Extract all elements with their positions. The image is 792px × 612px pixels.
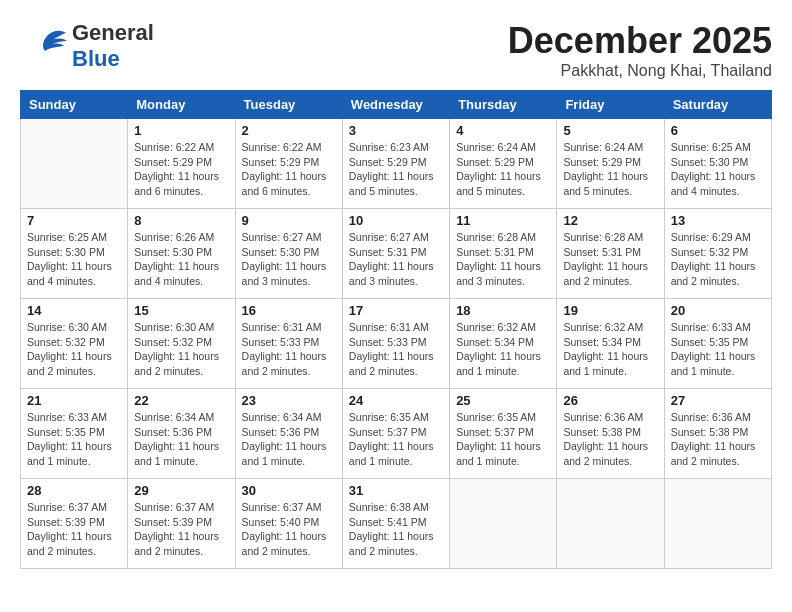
calendar-week-5: 28Sunrise: 6:37 AMSunset: 5:39 PMDayligh…: [21, 479, 772, 569]
day-info: Sunrise: 6:22 AMSunset: 5:29 PMDaylight:…: [242, 140, 336, 199]
calendar-cell: 8Sunrise: 6:26 AMSunset: 5:30 PMDaylight…: [128, 209, 235, 299]
page-header: General Blue December 2025 Pakkhat, Nong…: [20, 20, 772, 80]
day-number: 30: [242, 483, 336, 498]
calendar-cell: 9Sunrise: 6:27 AMSunset: 5:30 PMDaylight…: [235, 209, 342, 299]
calendar-cell: 22Sunrise: 6:34 AMSunset: 5:36 PMDayligh…: [128, 389, 235, 479]
day-info: Sunrise: 6:23 AMSunset: 5:29 PMDaylight:…: [349, 140, 443, 199]
calendar-week-3: 14Sunrise: 6:30 AMSunset: 5:32 PMDayligh…: [21, 299, 772, 389]
calendar-cell: 11Sunrise: 6:28 AMSunset: 5:31 PMDayligh…: [450, 209, 557, 299]
calendar-cell: 6Sunrise: 6:25 AMSunset: 5:30 PMDaylight…: [664, 119, 771, 209]
weekday-header-thursday: Thursday: [450, 91, 557, 119]
day-info: Sunrise: 6:29 AMSunset: 5:32 PMDaylight:…: [671, 230, 765, 289]
day-number: 9: [242, 213, 336, 228]
calendar-cell: 25Sunrise: 6:35 AMSunset: 5:37 PMDayligh…: [450, 389, 557, 479]
calendar-cell: [557, 479, 664, 569]
logo-icon: [20, 27, 68, 65]
day-info: Sunrise: 6:35 AMSunset: 5:37 PMDaylight:…: [349, 410, 443, 469]
calendar-cell: 12Sunrise: 6:28 AMSunset: 5:31 PMDayligh…: [557, 209, 664, 299]
day-number: 14: [27, 303, 121, 318]
day-info: Sunrise: 6:30 AMSunset: 5:32 PMDaylight:…: [134, 320, 228, 379]
calendar-cell: 20Sunrise: 6:33 AMSunset: 5:35 PMDayligh…: [664, 299, 771, 389]
calendar-cell: 13Sunrise: 6:29 AMSunset: 5:32 PMDayligh…: [664, 209, 771, 299]
day-number: 13: [671, 213, 765, 228]
day-number: 18: [456, 303, 550, 318]
weekday-header-saturday: Saturday: [664, 91, 771, 119]
day-number: 20: [671, 303, 765, 318]
day-info: Sunrise: 6:37 AMSunset: 5:40 PMDaylight:…: [242, 500, 336, 559]
calendar-header-row: SundayMondayTuesdayWednesdayThursdayFrid…: [21, 91, 772, 119]
day-number: 17: [349, 303, 443, 318]
logo-blue-text: Blue: [72, 46, 120, 71]
calendar-week-4: 21Sunrise: 6:33 AMSunset: 5:35 PMDayligh…: [21, 389, 772, 479]
calendar-cell: 26Sunrise: 6:36 AMSunset: 5:38 PMDayligh…: [557, 389, 664, 479]
day-number: 23: [242, 393, 336, 408]
calendar-cell: 2Sunrise: 6:22 AMSunset: 5:29 PMDaylight…: [235, 119, 342, 209]
day-number: 25: [456, 393, 550, 408]
day-info: Sunrise: 6:27 AMSunset: 5:31 PMDaylight:…: [349, 230, 443, 289]
location-subtitle: Pakkhat, Nong Khai, Thailand: [508, 62, 772, 80]
day-info: Sunrise: 6:34 AMSunset: 5:36 PMDaylight:…: [134, 410, 228, 469]
day-info: Sunrise: 6:36 AMSunset: 5:38 PMDaylight:…: [671, 410, 765, 469]
day-number: 6: [671, 123, 765, 138]
calendar-cell: 21Sunrise: 6:33 AMSunset: 5:35 PMDayligh…: [21, 389, 128, 479]
day-info: Sunrise: 6:31 AMSunset: 5:33 PMDaylight:…: [349, 320, 443, 379]
day-info: Sunrise: 6:25 AMSunset: 5:30 PMDaylight:…: [671, 140, 765, 199]
calendar-cell: 31Sunrise: 6:38 AMSunset: 5:41 PMDayligh…: [342, 479, 449, 569]
day-number: 11: [456, 213, 550, 228]
calendar-cell: 14Sunrise: 6:30 AMSunset: 5:32 PMDayligh…: [21, 299, 128, 389]
calendar-cell: 23Sunrise: 6:34 AMSunset: 5:36 PMDayligh…: [235, 389, 342, 479]
weekday-header-tuesday: Tuesday: [235, 91, 342, 119]
calendar-cell: 30Sunrise: 6:37 AMSunset: 5:40 PMDayligh…: [235, 479, 342, 569]
day-number: 27: [671, 393, 765, 408]
calendar-cell: 10Sunrise: 6:27 AMSunset: 5:31 PMDayligh…: [342, 209, 449, 299]
title-block: December 2025 Pakkhat, Nong Khai, Thaila…: [508, 20, 772, 80]
day-number: 3: [349, 123, 443, 138]
day-info: Sunrise: 6:22 AMSunset: 5:29 PMDaylight:…: [134, 140, 228, 199]
logo: General Blue: [20, 20, 154, 72]
day-number: 5: [563, 123, 657, 138]
day-info: Sunrise: 6:24 AMSunset: 5:29 PMDaylight:…: [563, 140, 657, 199]
weekday-header-monday: Monday: [128, 91, 235, 119]
calendar-cell: 1Sunrise: 6:22 AMSunset: 5:29 PMDaylight…: [128, 119, 235, 209]
day-number: 22: [134, 393, 228, 408]
weekday-header-sunday: Sunday: [21, 91, 128, 119]
calendar-cell: 19Sunrise: 6:32 AMSunset: 5:34 PMDayligh…: [557, 299, 664, 389]
logo-general-text: General: [72, 20, 154, 46]
day-info: Sunrise: 6:31 AMSunset: 5:33 PMDaylight:…: [242, 320, 336, 379]
calendar-cell: [450, 479, 557, 569]
calendar-cell: 15Sunrise: 6:30 AMSunset: 5:32 PMDayligh…: [128, 299, 235, 389]
calendar-cell: 28Sunrise: 6:37 AMSunset: 5:39 PMDayligh…: [21, 479, 128, 569]
day-info: Sunrise: 6:34 AMSunset: 5:36 PMDaylight:…: [242, 410, 336, 469]
day-number: 8: [134, 213, 228, 228]
day-info: Sunrise: 6:35 AMSunset: 5:37 PMDaylight:…: [456, 410, 550, 469]
day-info: Sunrise: 6:32 AMSunset: 5:34 PMDaylight:…: [456, 320, 550, 379]
day-number: 15: [134, 303, 228, 318]
day-info: Sunrise: 6:27 AMSunset: 5:30 PMDaylight:…: [242, 230, 336, 289]
calendar-cell: 7Sunrise: 6:25 AMSunset: 5:30 PMDaylight…: [21, 209, 128, 299]
day-info: Sunrise: 6:28 AMSunset: 5:31 PMDaylight:…: [456, 230, 550, 289]
day-info: Sunrise: 6:37 AMSunset: 5:39 PMDaylight:…: [134, 500, 228, 559]
day-number: 24: [349, 393, 443, 408]
month-title: December 2025: [508, 20, 772, 62]
day-number: 12: [563, 213, 657, 228]
calendar-cell: [21, 119, 128, 209]
day-number: 7: [27, 213, 121, 228]
day-info: Sunrise: 6:28 AMSunset: 5:31 PMDaylight:…: [563, 230, 657, 289]
day-info: Sunrise: 6:33 AMSunset: 5:35 PMDaylight:…: [671, 320, 765, 379]
day-info: Sunrise: 6:24 AMSunset: 5:29 PMDaylight:…: [456, 140, 550, 199]
calendar-week-1: 1Sunrise: 6:22 AMSunset: 5:29 PMDaylight…: [21, 119, 772, 209]
calendar-cell: 3Sunrise: 6:23 AMSunset: 5:29 PMDaylight…: [342, 119, 449, 209]
calendar-cell: 29Sunrise: 6:37 AMSunset: 5:39 PMDayligh…: [128, 479, 235, 569]
calendar-week-2: 7Sunrise: 6:25 AMSunset: 5:30 PMDaylight…: [21, 209, 772, 299]
calendar-cell: 4Sunrise: 6:24 AMSunset: 5:29 PMDaylight…: [450, 119, 557, 209]
day-number: 21: [27, 393, 121, 408]
day-info: Sunrise: 6:38 AMSunset: 5:41 PMDaylight:…: [349, 500, 443, 559]
calendar-table: SundayMondayTuesdayWednesdayThursdayFrid…: [20, 90, 772, 569]
day-info: Sunrise: 6:33 AMSunset: 5:35 PMDaylight:…: [27, 410, 121, 469]
day-info: Sunrise: 6:36 AMSunset: 5:38 PMDaylight:…: [563, 410, 657, 469]
day-number: 10: [349, 213, 443, 228]
day-info: Sunrise: 6:30 AMSunset: 5:32 PMDaylight:…: [27, 320, 121, 379]
day-info: Sunrise: 6:26 AMSunset: 5:30 PMDaylight:…: [134, 230, 228, 289]
calendar-cell: [664, 479, 771, 569]
day-number: 1: [134, 123, 228, 138]
